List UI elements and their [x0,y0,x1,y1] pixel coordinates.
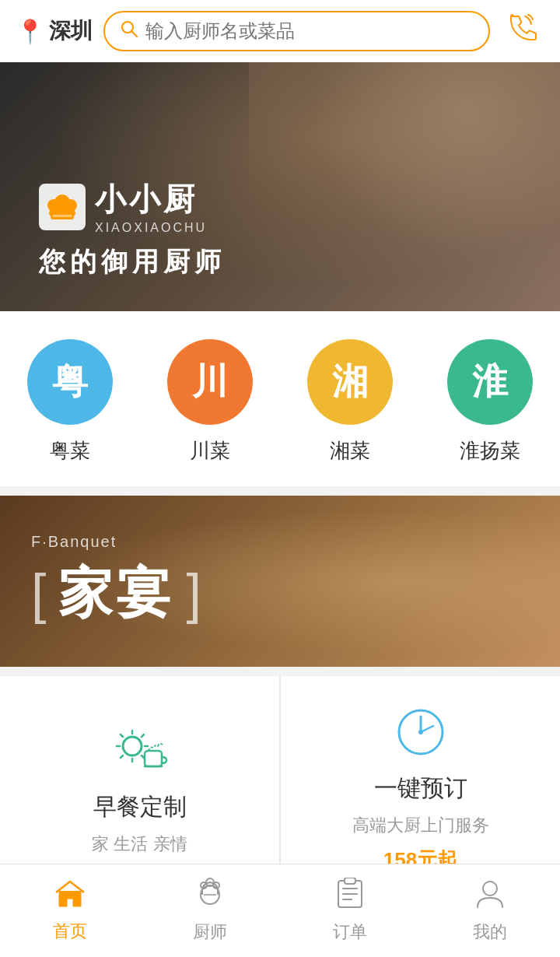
cuisine-label-huai: 淮扬菜 [460,437,520,464]
top-bar: 📍 深圳 [0,0,560,62]
cuisine-item-chuan[interactable]: 川 川菜 [167,339,253,464]
banquet-bracket-left: [ [31,566,46,621]
cuisine-circle-xiang: 湘 [307,339,393,425]
chef-hat-logo-icon [39,184,86,230]
banquet-banner[interactable]: F·Banquet [ 家宴 ] [0,496,560,667]
svg-point-5 [65,199,77,212]
logo-sub-text: XIAOXIAOCHU [95,221,207,235]
nav-label-chef: 厨师 [193,920,227,944]
bottom-nav: 首页 厨师 订单 [0,864,560,957]
hero-content: 小小厨 XIAOXIAOCHU 您的御用厨师 [39,178,226,280]
nav-label-order: 订单 [333,920,367,944]
cuisine-char-yue: 粤 [52,358,88,406]
banquet-subtitle: F·Banquet [31,533,201,551]
svg-line-1 [132,32,138,37]
svg-point-22 [418,730,423,734]
mine-icon [474,878,506,916]
svg-line-16 [121,755,123,758]
search-icon [121,20,138,42]
chef-nav-icon [194,878,226,916]
cuisine-circle-chuan: 川 [167,339,253,425]
hero-tagline: 您的御用厨师 [39,244,226,280]
nav-item-home[interactable]: 首页 [0,878,140,943]
booking-icon [393,704,449,763]
svg-rect-39 [345,878,355,884]
cuisine-circle-huai: 淮 [447,339,533,425]
service-desc-booking: 高端大厨上门服务 [352,814,489,837]
phone-button[interactable] [501,9,544,53]
nav-item-chef[interactable]: 厨师 [140,878,280,944]
chef-image [249,62,560,311]
svg-line-15 [142,734,144,737]
service-title-booking: 一键预订 [374,773,467,805]
cuisine-char-xiang: 湘 [332,358,368,406]
cuisine-label-chuan: 川菜 [190,437,230,464]
svg-line-13 [121,734,123,737]
banquet-title: 家宴 [58,557,173,630]
search-input[interactable] [145,20,473,42]
svg-line-14 [142,755,144,758]
nav-label-home: 首页 [53,920,87,943]
cuisine-item-huai[interactable]: 淮 淮扬菜 [447,339,533,464]
service-title-breakfast: 早餐定制 [93,791,187,823]
nav-label-mine: 我的 [473,920,507,944]
cuisine-section: 粤 粤菜 川 川菜 湘 湘菜 淮 淮扬菜 [0,311,560,486]
city-label: 深圳 [49,16,93,46]
order-icon [336,878,364,916]
banquet-content: F·Banquet [ 家宴 ] [31,533,201,630]
location-button[interactable]: 📍 深圳 [16,16,93,46]
svg-rect-7 [52,215,72,217]
cuisine-item-xiang[interactable]: 湘 湘菜 [307,339,393,464]
logo-text: 小小厨 XIAOXIAOCHU [95,178,207,235]
service-desc-breakfast: 家 生活 亲情 [92,833,187,856]
cuisine-circle-yue: 粤 [27,339,113,425]
cuisine-item-yue[interactable]: 粤 粤菜 [27,339,113,464]
banquet-title-wrapper: [ 家宴 ] [31,557,201,630]
breakfast-icon [112,723,168,782]
svg-rect-17 [145,751,162,766]
svg-point-8 [123,737,142,755]
cuisine-label-xiang: 湘菜 [330,437,370,464]
hero-banner: 小小厨 XIAOXIAOCHU 您的御用厨师 [0,62,560,311]
banquet-bracket-right: ] [186,566,201,621]
cuisine-char-chuan: 川 [192,358,228,406]
cuisine-label-yue: 粤菜 [50,437,90,464]
search-bar[interactable] [103,11,490,51]
location-icon: 📍 [16,18,44,45]
phone-icon [506,12,539,51]
hero-logo: 小小厨 XIAOXIAOCHU [39,178,226,235]
nav-item-order[interactable]: 订单 [280,878,420,944]
svg-point-40 [483,882,497,896]
nav-item-mine[interactable]: 我的 [420,878,560,944]
home-icon [54,878,86,915]
cuisine-char-huai: 淮 [472,358,508,406]
logo-main-text: 小小厨 [95,178,207,221]
